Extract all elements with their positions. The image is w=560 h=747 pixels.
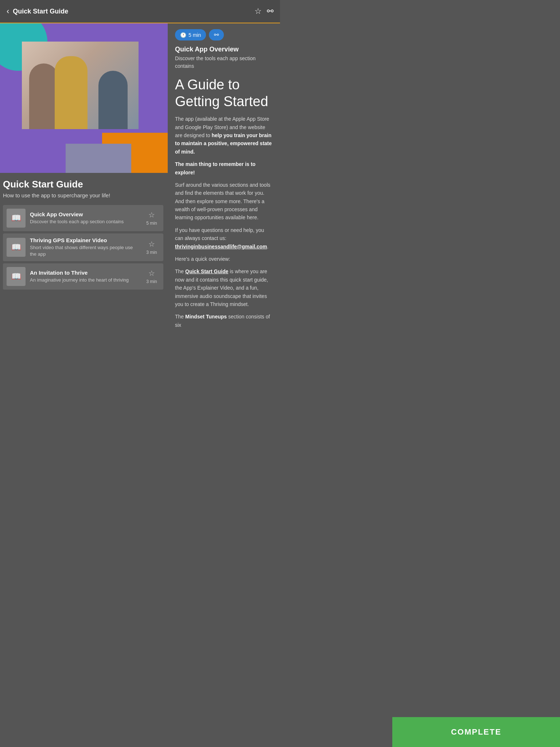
body-paragraph: The Mindset Tuneups section consists of … bbox=[175, 313, 273, 329]
guide-subtitle: How to use the app to supercharge your l… bbox=[3, 192, 163, 198]
left-panel: Quick Start Guide How to use the app to … bbox=[0, 23, 168, 368]
right-panel: 🕐 5 min ⚯ Quick App Overview Discover th… bbox=[168, 23, 280, 368]
list-item-desc: Short video that shows different ways pe… bbox=[30, 244, 139, 258]
section-title: Quick App Overview bbox=[175, 46, 273, 53]
list-item-info: An Invitation to Thrive An imaginative j… bbox=[30, 270, 139, 283]
list-item-icon: 📖 bbox=[7, 209, 26, 228]
hero-photo bbox=[22, 42, 139, 129]
share-icon[interactable]: ⚯ bbox=[267, 7, 273, 16]
list-item[interactable]: 📖 Thriving GPS Explainer Video Short vid… bbox=[3, 233, 163, 261]
bottom-spacer bbox=[175, 333, 273, 363]
list-item-time: 3 min bbox=[146, 279, 157, 284]
clock-icon: 🕐 bbox=[180, 32, 186, 38]
list-item[interactable]: 📖 Quick App Overview Discover the tools … bbox=[3, 205, 163, 231]
guide-title: Quick Start Guide bbox=[3, 179, 163, 190]
list-item-desc: An imaginative journey into the heart of… bbox=[30, 277, 139, 283]
list-item-icon: 📖 bbox=[7, 238, 26, 257]
list-item-name: Quick App Overview bbox=[30, 211, 139, 217]
hero-photo-inner bbox=[22, 42, 139, 129]
content-list: 📖 Quick App Overview Discover the tools … bbox=[3, 205, 163, 290]
list-item-time: 3 min bbox=[146, 250, 157, 255]
time-badge: 🕐 5 min bbox=[175, 29, 206, 40]
body-paragraph: The app (available at the Apple App Stor… bbox=[175, 115, 273, 156]
body-paragraph: If you have questions or need help, you … bbox=[175, 226, 273, 251]
main-layout: Quick Start Guide How to use the app to … bbox=[0, 23, 280, 368]
list-item-info: Thriving GPS Explainer Video Short video… bbox=[30, 237, 139, 258]
hero-image bbox=[0, 23, 168, 173]
section-description: Discover the tools each app section cont… bbox=[175, 55, 273, 70]
article-title: A Guide to Getting Started bbox=[175, 77, 273, 110]
article-body: The app (available at the Apple App Stor… bbox=[175, 115, 273, 329]
list-item-time: 5 min bbox=[146, 221, 157, 226]
star-icon[interactable]: ☆ bbox=[148, 269, 155, 278]
list-item-right: ☆ 5 min bbox=[144, 210, 160, 226]
person3-silhouette bbox=[98, 71, 128, 129]
link-badge-button[interactable]: ⚯ bbox=[209, 29, 224, 40]
person1-silhouette bbox=[29, 63, 58, 129]
list-item-right: ☆ 3 min bbox=[144, 240, 160, 255]
list-item-icon: 📖 bbox=[7, 267, 26, 286]
badge-row: 🕐 5 min ⚯ bbox=[175, 29, 273, 40]
header-right: ☆ ⚯ bbox=[254, 7, 273, 16]
body-paragraph: The Quick Start Guide is where you are n… bbox=[175, 267, 273, 308]
app-header: ‹ Quick Start Guide ☆ ⚯ bbox=[0, 0, 280, 23]
body-paragraph: Surf around the various sections and too… bbox=[175, 181, 273, 222]
body-paragraph: The main thing to remember is to explore… bbox=[175, 160, 273, 177]
list-item-info: Quick App Overview Discover the tools ea… bbox=[30, 211, 139, 225]
header-title: Quick Start Guide bbox=[13, 8, 68, 15]
time-value: 5 min bbox=[188, 32, 201, 38]
list-item-right: ☆ 3 min bbox=[144, 269, 160, 284]
list-item-desc: Discover the tools each app section cont… bbox=[30, 218, 139, 225]
favorite-icon[interactable]: ☆ bbox=[254, 7, 262, 16]
body-paragraph: Here's a quick overview: bbox=[175, 255, 273, 263]
left-content: Quick Start Guide How to use the app to … bbox=[0, 173, 168, 296]
list-item[interactable]: 📖 An Invitation to Thrive An imaginative… bbox=[3, 263, 163, 290]
back-button[interactable]: ‹ bbox=[7, 7, 9, 16]
header-left: ‹ Quick Start Guide bbox=[7, 7, 68, 16]
star-icon[interactable]: ☆ bbox=[148, 240, 155, 248]
person2-silhouette bbox=[55, 56, 88, 129]
star-icon[interactable]: ☆ bbox=[148, 210, 155, 219]
gray-block-decoration bbox=[66, 144, 131, 173]
list-item-name: Thriving GPS Explainer Video bbox=[30, 237, 139, 243]
list-item-name: An Invitation to Thrive bbox=[30, 270, 139, 276]
